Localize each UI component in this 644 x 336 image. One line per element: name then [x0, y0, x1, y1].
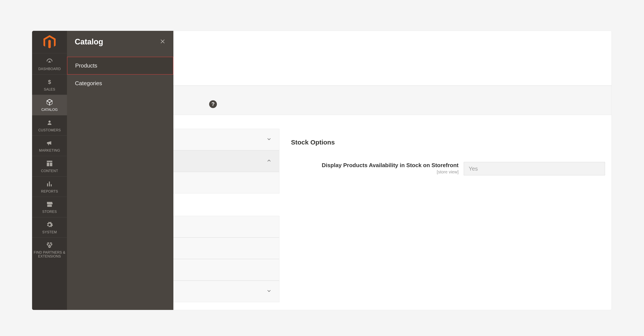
- person-icon: [45, 118, 54, 127]
- sidebar-item-system[interactable]: SYSTEM: [32, 217, 67, 238]
- field-select-display-availability[interactable]: Yes: [464, 162, 605, 175]
- chevron-down-icon: [266, 288, 272, 295]
- svg-text:$: $: [48, 79, 51, 85]
- dashboard-icon: [45, 57, 54, 66]
- sidebar-rail: DASHBOARD$SALESCATALOGCUSTOMERSMARKETING…: [32, 31, 67, 310]
- sidebar-item-sales[interactable]: $SALES: [32, 75, 67, 95]
- chevron-down-icon: [266, 136, 272, 143]
- sidebar-item-label: CONTENT: [40, 169, 59, 173]
- gear-icon: [45, 220, 54, 229]
- flyout-item-products[interactable]: Products: [67, 57, 174, 75]
- section-title: Stock Options: [291, 139, 335, 146]
- help-icon[interactable]: ?: [209, 100, 217, 108]
- config-field-row: Display Products Availability in Stock o…: [291, 162, 605, 175]
- catalog-flyout: Catalog ProductsCategories: [67, 31, 174, 310]
- flyout-title: Catalog: [75, 37, 103, 46]
- close-icon[interactable]: [160, 38, 166, 45]
- sidebar-item-partners[interactable]: FIND PARTNERS & EXTENSIONS: [32, 238, 67, 262]
- sidebar-item-reports[interactable]: REPORTS: [32, 177, 67, 197]
- sidebar-item-label: MARKETING: [38, 148, 62, 152]
- sidebar-item-label: CUSTOMERS: [37, 128, 62, 132]
- sidebar-item-catalog[interactable]: CATALOG: [32, 95, 67, 115]
- sidebar-item-customers[interactable]: CUSTOMERS: [32, 115, 67, 136]
- sidebar-item-label: STORES: [41, 210, 58, 214]
- sidebar-item-label: SALES: [42, 88, 56, 91]
- app-window: ? Stock Options: [32, 31, 612, 310]
- magento-logo[interactable]: [32, 31, 67, 53]
- cubes-icon: [45, 241, 54, 249]
- sidebar-item-label: REPORTS: [40, 190, 59, 194]
- layout-icon: [45, 159, 54, 168]
- bars-icon: [45, 180, 54, 188]
- sidebar-item-label: SYSTEM: [41, 230, 58, 234]
- megaphone-icon: [45, 139, 54, 147]
- sidebar-item-label: FIND PARTNERS & EXTENSIONS: [32, 251, 67, 258]
- sidebar-item-label: CATALOG: [40, 108, 59, 112]
- sidebar-item-dashboard[interactable]: DASHBOARD: [32, 54, 67, 75]
- flyout-item-categories[interactable]: Categories: [67, 75, 174, 92]
- sidebar-item-content[interactable]: CONTENT: [32, 156, 67, 177]
- sidebar-item-label: DASHBOARD: [37, 67, 62, 71]
- dollar-icon: $: [45, 78, 54, 86]
- field-scope: [store view]: [437, 170, 458, 175]
- box-icon: [45, 98, 54, 107]
- sidebar-item-stores[interactable]: STORES: [32, 197, 67, 217]
- field-label-wrap: Display Products Availability in Stock o…: [291, 162, 458, 175]
- flyout-header: Catalog: [67, 31, 174, 57]
- sidebar-item-marketing[interactable]: MARKETING: [32, 136, 67, 156]
- chevron-up-icon: [266, 158, 272, 164]
- storefront-icon: [45, 200, 54, 209]
- field-label: Display Products Availability in Stock o…: [322, 162, 458, 169]
